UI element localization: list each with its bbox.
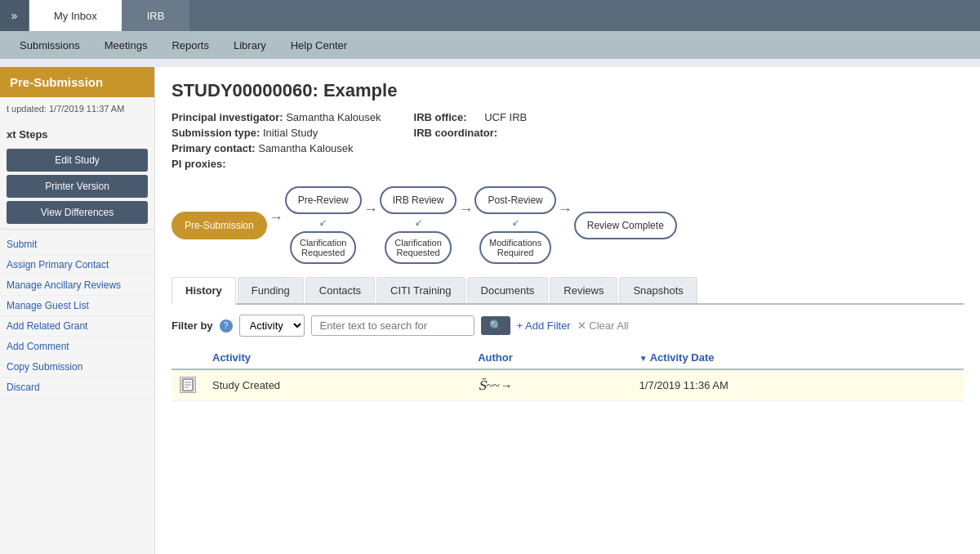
sidebar: Pre-Submission t updated: 1/7/2019 11:37…	[0, 67, 155, 554]
sidebar-section-title: xt Steps	[0, 122, 154, 145]
nav-help-center[interactable]: Help Center	[279, 34, 359, 56]
wf-arrow-4: →	[558, 201, 572, 218]
nav-submissions[interactable]: Submissions	[8, 34, 91, 56]
nav-library[interactable]: Library	[222, 34, 278, 56]
filter-add-link[interactable]: + Add Filter	[517, 319, 571, 332]
wf-node-review-complete: Review Complete	[574, 212, 677, 239]
nav-meetings[interactable]: Meetings	[93, 34, 159, 56]
row-author: S̃~~→	[470, 369, 630, 401]
tab-my-inbox[interactable]: My Inbox	[29, 0, 122, 31]
filter-search-button[interactable]: 🔍	[481, 316, 510, 335]
row-activity: Study Created	[204, 369, 470, 401]
sidebar-link-manage-guest-list[interactable]: Manage Guest List	[0, 296, 154, 316]
top-nav: » My Inbox IRB	[0, 0, 980, 31]
wf-arrow-3: →	[458, 201, 473, 218]
tab-snapshots[interactable]: Snapshots	[619, 277, 697, 303]
sidebar-link-manage-ancillary-reviews[interactable]: Manage Ancillary Reviews	[0, 275, 154, 296]
content-area: STUDY00000060: Example Principal investi…	[155, 67, 980, 554]
wf-arrow-back-1: ↙	[319, 217, 327, 228]
wf-arrow-back-3: ↙	[512, 217, 519, 228]
filter-clear-link[interactable]: ✕ Clear All	[577, 319, 629, 332]
col-author[interactable]: Author	[470, 346, 630, 369]
study-title: STUDY00000060: Example	[172, 80, 964, 101]
col-icon	[172, 346, 204, 369]
filter-search-input[interactable]	[311, 315, 474, 336]
tab-documents[interactable]: Documents	[467, 277, 549, 303]
tab-history[interactable]: History	[172, 277, 236, 305]
col-activity-date[interactable]: ▼ Activity Date	[631, 346, 964, 369]
printer-version-button[interactable]: Printer Version	[7, 175, 148, 198]
filter-activity-select[interactable]: Activity	[239, 315, 305, 337]
sidebar-link-copy-submission[interactable]: Copy Submission	[0, 357, 154, 378]
study-meta: Principal investigator: Samantha Kalouse…	[172, 111, 964, 173]
sidebar-link-assign-primary-contact[interactable]: Assign Primary Contact	[0, 255, 154, 275]
wf-node-group-review-complete: Review Complete	[574, 212, 677, 239]
wf-node-modifications-required: ModificationsRequired	[479, 231, 551, 264]
wf-node-group-pre-review: Pre-Review ↙ ClarificationRequested	[285, 186, 362, 264]
filter-bar: Filter by ? Activity 🔍 + Add Filter ✕ Cl…	[172, 315, 964, 337]
main-layout: Pre-Submission t updated: 1/7/2019 11:37…	[0, 67, 980, 554]
wf-node-irb-review: IRB Review	[380, 186, 457, 214]
wf-arrow-1: →	[269, 209, 283, 226]
meta-row-irb-coordinator: IRB coordinator:	[414, 127, 528, 139]
wf-node-pre-submission: Pre-Submission	[172, 212, 267, 239]
second-nav: Submissions Meetings Reports Library Hel…	[0, 31, 980, 59]
table-row: Study Created S̃~~→ 1/7/2019 11:36 AM	[172, 369, 964, 401]
tab-funding[interactable]: Funding	[238, 277, 304, 303]
nav-reports[interactable]: Reports	[160, 34, 220, 56]
row-date: 1/7/2019 11:36 AM	[631, 369, 964, 401]
sidebar-link-add-comment[interactable]: Add Comment	[0, 337, 154, 357]
tab-irb[interactable]: IRB	[122, 0, 190, 31]
view-differences-button[interactable]: View Differences	[7, 201, 148, 224]
meta-right: IRB office: UCF IRB IRB coordinator:	[414, 111, 528, 173]
tab-citi-training[interactable]: CITI Training	[376, 277, 465, 303]
tab-reviews[interactable]: Reviews	[550, 277, 617, 303]
sidebar-link-discard[interactable]: Discard	[0, 378, 154, 398]
history-table: Activity Author ▼ Activity Date	[172, 346, 964, 401]
wf-node-group-pre-submission: Pre-Submission	[172, 212, 267, 239]
wf-node-group-irb-review: IRB Review ↙ ClarificationRequested	[380, 186, 457, 264]
wf-node-clarification-1: ClarificationRequested	[290, 231, 356, 264]
filter-by-label: Filter by	[172, 319, 213, 332]
meta-row-primary-contact: Primary contact: Samantha Kalousek	[172, 142, 381, 154]
sidebar-updated: t updated: 1/7/2019 11:37 AM	[0, 101, 154, 122]
col-activity[interactable]: Activity	[204, 346, 470, 369]
edit-study-button[interactable]: Edit Study	[7, 149, 148, 172]
author-signature: S̃~~→	[478, 378, 512, 393]
wf-arrow-2: →	[363, 201, 378, 218]
wf-node-pre-review: Pre-Review	[285, 186, 362, 214]
sidebar-link-submit[interactable]: Submit	[0, 235, 154, 255]
nav-arrow-button[interactable]: »	[0, 0, 29, 31]
sidebar-link-add-related-grant[interactable]: Add Related Grant	[0, 316, 154, 337]
workflow-diagram: Pre-Submission → Pre-Review ↙ Clarificat…	[172, 186, 964, 264]
doc-icon	[180, 377, 196, 393]
meta-row-pi-proxies: PI proxies:	[172, 158, 381, 170]
filter-help-icon[interactable]: ?	[220, 319, 233, 333]
tabs-bar: History Funding Contacts CITI Training D…	[172, 277, 964, 305]
wf-node-post-review: Post-Review	[474, 186, 555, 214]
meta-row-pi: Principal investigator: Samantha Kalouse…	[172, 111, 381, 123]
wf-arrow-back-2: ↙	[415, 217, 422, 228]
wf-node-group-post-review: Post-Review ↙ ModificationsRequired	[474, 186, 555, 264]
row-icon-cell	[172, 369, 204, 401]
wf-node-clarification-2: ClarificationRequested	[385, 231, 451, 264]
meta-left: Principal investigator: Samantha Kalouse…	[172, 111, 381, 173]
sidebar-header: Pre-Submission	[0, 67, 154, 97]
meta-row-submission-type: Submission type: Initial Study	[172, 127, 381, 139]
meta-row-irb-office: IRB office: UCF IRB	[414, 111, 528, 123]
tab-contacts[interactable]: Contacts	[305, 277, 375, 303]
